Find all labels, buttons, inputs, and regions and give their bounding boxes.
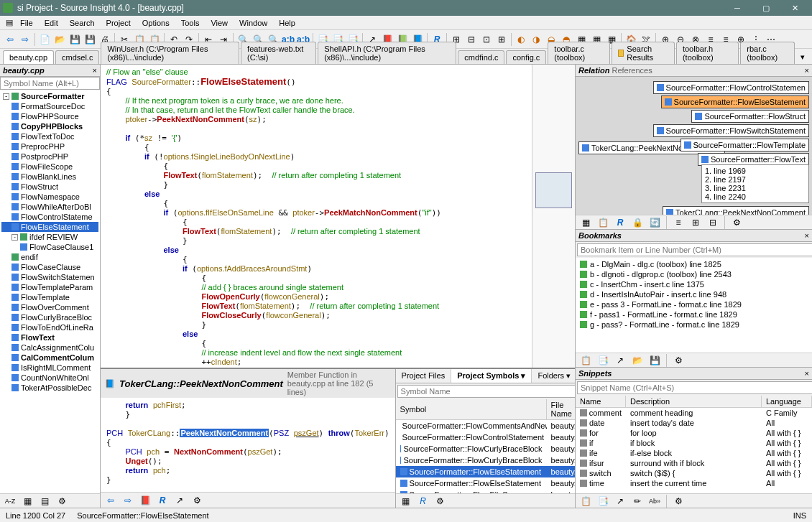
view2-button[interactable]: ▤ bbox=[37, 494, 52, 508]
tree-item[interactable]: FlowStruct bbox=[1, 182, 98, 192]
bookmarks-close[interactable]: × bbox=[805, 231, 809, 240]
sn-b5[interactable]: Ab» bbox=[647, 494, 662, 508]
tb-win2[interactable]: ⊟ bbox=[464, 32, 479, 47]
bm-b5[interactable]: 💾 bbox=[647, 353, 662, 368]
rel-node-0[interactable]: SourceFormatter::FlowControlStatemen bbox=[653, 81, 809, 94]
tree-item[interactable]: FlowCurlyBraceBloc bbox=[1, 312, 98, 322]
bm-b2[interactable]: 📑 bbox=[596, 353, 610, 368]
col-filename[interactable]: File Name bbox=[547, 399, 575, 419]
file-tab[interactable]: toolbar.h (toolbox) bbox=[676, 42, 739, 64]
rel-last[interactable]: TokerCLang::PeekNextNonComment bbox=[663, 206, 809, 215]
tree-item[interactable]: FlowTemplateParam bbox=[1, 282, 98, 292]
snippet-row[interactable]: commentcomment headingC Family bbox=[576, 408, 812, 418]
file-tab[interactable]: WinUser.h (C:\Program Files (x86)\...\in… bbox=[101, 42, 239, 64]
close-button[interactable]: ✕ bbox=[780, 0, 809, 16]
code-overview[interactable] bbox=[532, 65, 575, 368]
file-tab[interactable]: rbar.c (toolbox) bbox=[740, 42, 795, 64]
tree-item[interactable]: FlowWhileAfterDoBl bbox=[1, 202, 98, 212]
rel-lines[interactable]: 1. line 1969 2. line 2197 3. line 2231 4… bbox=[701, 164, 809, 203]
relation-graph[interactable]: TokerCLang::PeekNextNonComment SourceFor… bbox=[576, 77, 812, 215]
nav-gear[interactable]: ⚙ bbox=[190, 493, 204, 508]
rel-gear[interactable]: ⚙ bbox=[729, 215, 744, 230]
snippet-row[interactable]: ifif blockAll with { } bbox=[576, 438, 812, 448]
tb-p2[interactable]: ◑ bbox=[529, 32, 543, 47]
snippet-row[interactable]: switchswitch ($i$) {All with { } bbox=[576, 468, 812, 478]
file-tab[interactable]: config.c bbox=[506, 50, 546, 64]
symbol-row[interactable]: SourceFormatter::FlowCommentsAndNewLineb… bbox=[396, 420, 575, 432]
snippet-row[interactable]: dateinsert today's dateAll bbox=[576, 418, 812, 428]
snippet-row[interactable]: forfor loopAll with { } bbox=[576, 428, 812, 438]
sn-b1[interactable]: 📋 bbox=[578, 494, 593, 508]
tree-item[interactable]: FormatSourceDoc bbox=[1, 101, 98, 111]
rel-node-2[interactable]: SourceFormatter::FlowStruct bbox=[691, 110, 809, 123]
tabs-overflow[interactable]: ▾ bbox=[796, 50, 809, 64]
rel-node-3[interactable]: SourceFormatter::FlowSwitchStatement bbox=[653, 124, 809, 137]
snippet-row[interactable]: ifsursurround with if blockAll with { } bbox=[576, 458, 812, 468]
tb-win3[interactable]: ⊡ bbox=[479, 32, 494, 47]
gear-icon[interactable]: ⚙ bbox=[55, 494, 69, 508]
snippet-row[interactable]: timeinsert the current timeAll bbox=[576, 478, 812, 488]
ps-gear[interactable]: ⚙ bbox=[433, 494, 448, 508]
tree-item[interactable]: FlowBlankLines bbox=[1, 172, 98, 182]
rel-b4[interactable]: 🔒 bbox=[630, 215, 645, 230]
menu-edit[interactable]: Edit bbox=[39, 17, 64, 29]
snip-col-desc[interactable]: Description bbox=[626, 396, 762, 407]
tree-item[interactable]: FlowNamespace bbox=[1, 192, 98, 202]
menu-tools[interactable]: Tools bbox=[175, 17, 206, 29]
minimize-button[interactable]: ─ bbox=[723, 0, 752, 16]
view1-button[interactable]: ▦ bbox=[20, 494, 34, 508]
bookmark-item[interactable]: b - dlgnoti - dlgprop.c (toolbox) line 2… bbox=[577, 269, 811, 279]
tb-p1[interactable]: ◐ bbox=[514, 32, 528, 47]
tree-item[interactable]: PreprocPHP bbox=[1, 141, 98, 152]
tree-item[interactable]: FlowOverComment bbox=[1, 302, 98, 312]
menu-window[interactable]: Window bbox=[234, 17, 273, 29]
back-button[interactable]: ⇦ bbox=[3, 32, 17, 47]
file-tab[interactable]: beauty.cpp bbox=[3, 50, 54, 64]
tree-item[interactable]: CalCommentColum bbox=[1, 353, 98, 363]
snippets-close[interactable]: × bbox=[805, 369, 809, 378]
bm-b3[interactable]: ↗ bbox=[613, 353, 627, 368]
tree-item[interactable]: CalcAssignmentColu bbox=[1, 342, 98, 353]
system-menu-icon[interactable]: ▤ bbox=[3, 17, 14, 29]
rel-node-1[interactable]: SourceFormatter::FlowElseStatement bbox=[661, 95, 809, 108]
tree-item[interactable]: CopyPHPBlocks bbox=[1, 121, 98, 131]
bookmarks-list[interactable]: a - DlgMain - dlg.c (toolbox) line 1825b… bbox=[576, 258, 812, 353]
bm-b4[interactable]: 📂 bbox=[630, 353, 645, 368]
tree-item[interactable]: FlowText bbox=[1, 332, 98, 342]
tree-item[interactable]: FlowFileScope bbox=[1, 162, 98, 172]
rel-b2[interactable]: 📋 bbox=[596, 215, 610, 230]
file-tab[interactable]: cmdfind.c bbox=[458, 50, 504, 64]
project-symbol-table[interactable]: Symbol File Name SourceFormatter::FlowCo… bbox=[396, 399, 575, 493]
file-tab[interactable]: ShellAPI.h (C:\Program Files (x86)\...\i… bbox=[318, 42, 456, 64]
symbol-row[interactable]: SourceFormatter::FlowElseStatementbeauty… bbox=[396, 466, 575, 477]
col-symbol[interactable]: Symbol bbox=[396, 399, 547, 419]
tree-item[interactable]: FlowToEndOfLineRa bbox=[1, 322, 98, 332]
tree-item[interactable]: FlowTextToDoc bbox=[1, 131, 98, 141]
menu-help[interactable]: Help bbox=[273, 17, 301, 29]
code-editor[interactable]: // Flow an "else" clause FLAG SourceForm… bbox=[101, 65, 532, 368]
tree-item[interactable]: FlowCaseClause1 bbox=[1, 242, 98, 252]
rel-b6[interactable]: ≡ bbox=[671, 215, 686, 230]
snip-col-name[interactable]: Name bbox=[576, 396, 626, 407]
symbol-row[interactable]: SourceFormatter::FlowElseStatementbeauty… bbox=[396, 477, 575, 489]
file-tab[interactable]: cmdsel.c bbox=[55, 50, 99, 64]
tree-item[interactable]: -ifdef REVIEW bbox=[1, 232, 98, 242]
bookmark-item[interactable]: d - InsertIsInAutoPair - insert.c line 9… bbox=[577, 289, 811, 299]
nav-back[interactable]: ⇦ bbox=[103, 493, 118, 508]
file-tab[interactable]: Search Results bbox=[612, 42, 675, 64]
nav-book[interactable]: 📕 bbox=[138, 493, 152, 508]
tree-item[interactable]: endif bbox=[1, 252, 98, 262]
menu-options[interactable]: Options bbox=[137, 17, 175, 29]
symbol-row[interactable]: SourceFormatter::FlowCurlyBraceBlockbeau… bbox=[396, 455, 575, 466]
bookmarks-input[interactable] bbox=[577, 243, 812, 256]
symbol-search-input[interactable] bbox=[0, 77, 100, 90]
sn-b2[interactable]: 📑 bbox=[596, 494, 610, 508]
nav-rel[interactable]: R bbox=[155, 493, 170, 508]
menu-view[interactable]: View bbox=[205, 17, 234, 29]
new-button[interactable]: 📄 bbox=[37, 32, 52, 47]
ps-b1[interactable]: ▦ bbox=[399, 494, 413, 508]
nav-fwd[interactable]: ⇨ bbox=[121, 493, 135, 508]
file-tab[interactable]: toolbar.c (toolbox) bbox=[548, 42, 610, 64]
file-tab[interactable]: features-web.txt (C:\si) bbox=[241, 42, 316, 64]
sn-b4[interactable]: ✏ bbox=[630, 494, 645, 508]
